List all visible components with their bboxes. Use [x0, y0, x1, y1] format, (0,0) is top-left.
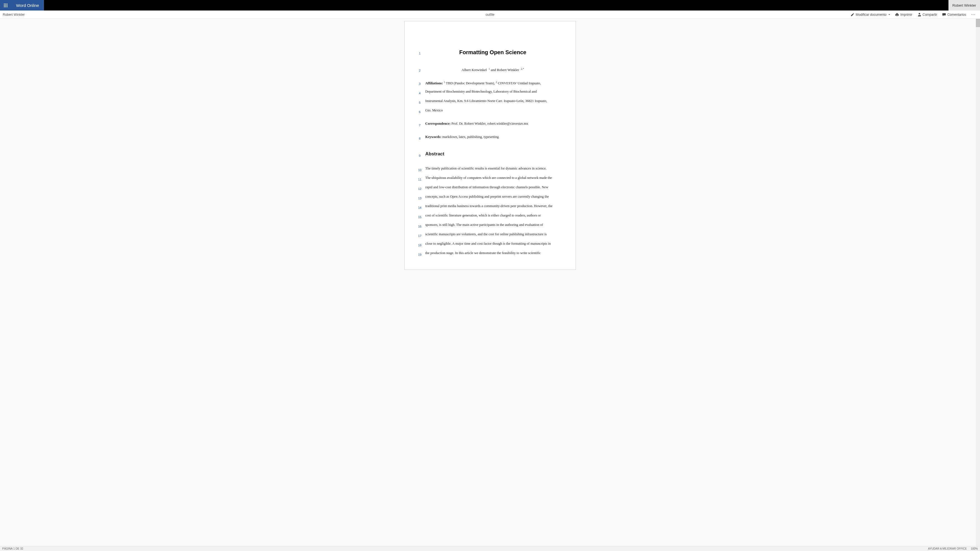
toolbar: Robert Winkler outfile Modificar documen…: [0, 11, 980, 19]
print-label: Imprimir: [900, 13, 912, 17]
share-label: Compartir: [923, 13, 937, 17]
chevron-down-icon: [888, 14, 890, 15]
more-button[interactable]: ···: [971, 13, 975, 17]
comments-label: Comentarios: [947, 13, 966, 17]
comment-icon: [942, 13, 946, 17]
app-name[interactable]: Word Online: [11, 0, 44, 11]
pencil-icon: [851, 13, 854, 17]
app-launcher-button[interactable]: [0, 0, 11, 11]
share-icon: [917, 13, 921, 17]
comments-button[interactable]: Comentarios: [942, 13, 966, 17]
print-icon: [895, 13, 899, 17]
print-button[interactable]: Imprimir: [895, 13, 912, 17]
signed-in-user[interactable]: Robert Winkler: [948, 0, 980, 11]
title-bar: Word Online Robert Winkler: [0, 0, 980, 11]
edit-document-label: Modificar documento: [856, 13, 886, 17]
waffle-icon: [4, 3, 8, 7]
edit-document-button[interactable]: Modificar documento: [851, 13, 890, 17]
document-name[interactable]: outfile: [485, 13, 494, 17]
share-button[interactable]: Compartir: [917, 13, 937, 17]
author-label: Robert Winkler: [3, 13, 25, 17]
